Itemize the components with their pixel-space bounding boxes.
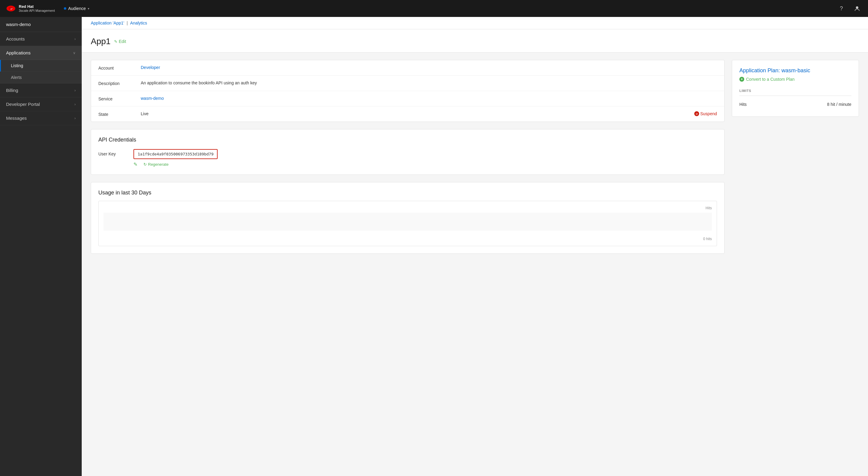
credentials-title: API Credentials (98, 137, 717, 143)
billing-label: Billing (6, 88, 18, 93)
limits-heading: Limits (739, 89, 851, 96)
sidebar-item-applications[interactable]: Applications ∨ (0, 46, 82, 60)
convert-to-custom-plan-button[interactable]: + Convert to a Custom Plan (739, 77, 851, 82)
user-key-label: User Key (98, 149, 129, 156)
page-title: App1 (91, 37, 111, 46)
account-label: Account (98, 65, 141, 70)
developer-portal-chevron-icon: › (74, 102, 76, 106)
suspend-button[interactable]: ⊘ Suspend (694, 111, 717, 116)
applications-chevron-icon: ∨ (73, 51, 76, 55)
credentials-row: User Key 1a1f9cde4a9f035006973353d189bd7… (98, 149, 717, 167)
application-plan-card: Application Plan: wasm-basic + Convert t… (732, 60, 859, 117)
details-row-service: Service wasm-demo (91, 91, 724, 106)
audience-chevron-icon: ▾ (88, 7, 89, 10)
user-menu-button[interactable] (852, 4, 862, 13)
redhat-logo-icon (6, 4, 16, 13)
sidebar-item-messages[interactable]: Messages › (0, 111, 82, 125)
app-details-card: Account Developer Description An applica… (91, 60, 724, 122)
main-content: Application 'App1' | Analytics App1 ✎ Ed… (82, 17, 868, 476)
service-label: Service (98, 96, 141, 101)
limits-section: Limits Hits 8 hit / minute (739, 89, 851, 109)
details-row-account: Account Developer (91, 60, 724, 76)
cred-actions: ✎ ↻ Regenerate (133, 162, 717, 167)
chart-hits-label: Hits (103, 206, 712, 210)
tenant-name: wasm-demo (0, 17, 82, 32)
usage-title: Usage in last 30 Days (98, 190, 717, 196)
breadcrumb-analytics-link[interactable]: Analytics (130, 21, 147, 25)
edit-button[interactable]: ✎ Edit (114, 39, 126, 44)
limits-metric-hits: Hits (739, 102, 747, 107)
help-button[interactable]: ? (837, 4, 846, 13)
content-area: Account Developer Description An applica… (82, 53, 868, 261)
convert-label: Convert to a Custom Plan (746, 77, 795, 82)
page-header: App1 ✎ Edit (82, 29, 868, 53)
limits-row-hits: Hits 8 hit / minute (739, 100, 851, 109)
brand-name: Red Hat (19, 4, 55, 9)
accounts-chevron-icon: › (74, 37, 76, 41)
audience-dot (64, 7, 66, 10)
description-value: An application to consume the bookinfo A… (141, 80, 717, 85)
left-column: Account Developer Description An applica… (91, 60, 724, 254)
applications-submenu: Listing Alerts (0, 60, 82, 83)
sidebar-item-listing[interactable]: Listing (0, 60, 82, 72)
sidebar-item-accounts[interactable]: Accounts › (0, 32, 82, 46)
breadcrumb: Application 'App1' | Analytics (82, 17, 868, 29)
user-key-section: 1a1f9cde4a9f035006973353d189bd79 ✎ ↻ Reg… (133, 149, 717, 167)
breadcrumb-app-link[interactable]: Application 'App1' (91, 21, 124, 25)
right-panel: Application Plan: wasm-basic + Convert t… (732, 60, 859, 254)
brand-text: Red Hat 3scale API Management (19, 4, 55, 13)
regenerate-label: Regenerate (148, 162, 168, 167)
brand-logo: Red Hat 3scale API Management (6, 4, 55, 13)
nav-icons: ? (837, 4, 862, 13)
messages-chevron-icon: › (74, 116, 76, 121)
user-key-value: 1a1f9cde4a9f035006973353d189bd79 (133, 149, 218, 159)
audience-selector[interactable]: Audience ▾ (64, 6, 89, 11)
state-label: State (98, 111, 141, 117)
brand-subtitle: 3scale API Management (19, 9, 55, 13)
suspend-label: Suspend (700, 111, 717, 116)
top-navigation: Red Hat 3scale API Management Audience ▾… (0, 0, 868, 17)
sidebar: wasm-demo Accounts › Applications ∨ List… (0, 17, 82, 476)
regenerate-icon: ↻ (144, 162, 147, 167)
messages-label: Messages (6, 115, 27, 121)
key-edit-icon[interactable]: ✎ (133, 162, 137, 167)
chart-zero-value: 0 hits (103, 237, 712, 241)
sidebar-item-developer-portal[interactable]: Developer Portal › (0, 97, 82, 111)
breadcrumb-separator: | (126, 21, 128, 25)
audience-label: Audience (68, 6, 86, 11)
edit-label: Edit (119, 39, 126, 44)
usage-chart: Hits 0 hits (98, 201, 717, 246)
account-value: Developer (141, 65, 717, 70)
applications-label: Applications (6, 50, 31, 55)
details-row-state: State Live ⊘ Suspend (91, 106, 724, 122)
edit-icon: ✎ (114, 39, 117, 44)
service-value: wasm-demo (141, 96, 717, 101)
usage-card: Usage in last 30 Days Hits 0 hits (91, 182, 724, 254)
svg-point-1 (856, 6, 858, 9)
sidebar-accounts-label: Accounts (6, 36, 25, 41)
billing-chevron-icon: › (74, 88, 76, 93)
app-layout: wasm-demo Accounts › Applications ∨ List… (0, 17, 868, 476)
sidebar-item-alerts[interactable]: Alerts (0, 72, 82, 83)
sidebar-item-billing[interactable]: Billing › (0, 83, 82, 97)
suspend-icon: ⊘ (694, 111, 699, 116)
state-value: Live (141, 111, 149, 116)
api-credentials-card: API Credentials User Key 1a1f9cde4a9f035… (91, 129, 724, 175)
service-link[interactable]: wasm-demo (141, 96, 164, 101)
regenerate-button[interactable]: ↻ Regenerate (144, 162, 168, 167)
details-row-description: Description An application to consume th… (91, 76, 724, 91)
limits-value-hits: 8 hit / minute (827, 102, 851, 107)
plus-circle-icon: + (739, 77, 744, 82)
plan-title: Application Plan: wasm-basic (739, 67, 851, 74)
state-value-container: Live ⊘ Suspend (141, 111, 717, 116)
account-link[interactable]: Developer (141, 65, 160, 70)
developer-portal-label: Developer Portal (6, 102, 40, 107)
description-label: Description (98, 80, 141, 86)
